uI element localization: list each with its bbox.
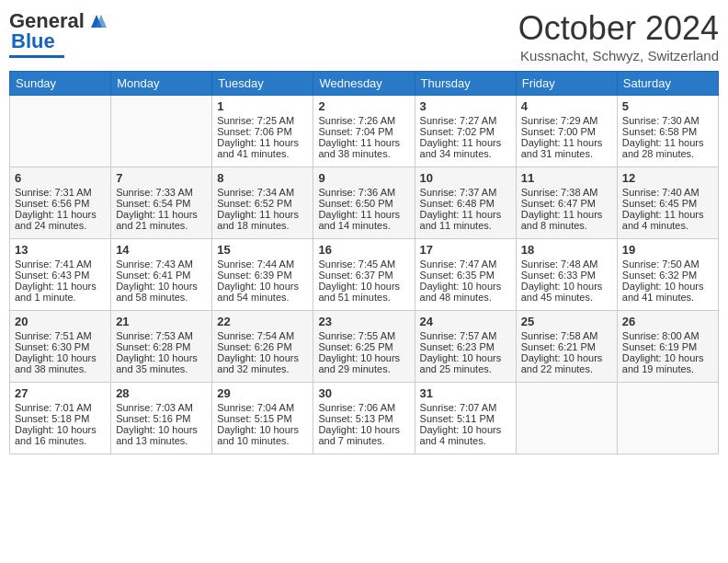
weekday-header-wednesday: Wednesday xyxy=(313,72,415,96)
daylight-text: Daylight: 11 hours and 21 minutes. xyxy=(116,209,207,231)
daylight-text: Daylight: 11 hours and 24 minutes. xyxy=(15,209,106,231)
sunset-text: Sunset: 6:50 PM xyxy=(318,198,409,209)
day-number: 16 xyxy=(318,243,409,257)
day-number: 31 xyxy=(420,386,511,400)
sunset-text: Sunset: 6:48 PM xyxy=(420,198,511,209)
location-text: Kussnacht, Schwyz, Switzerland xyxy=(518,48,719,63)
sunset-text: Sunset: 6:32 PM xyxy=(622,270,713,281)
sunset-text: Sunset: 6:28 PM xyxy=(116,341,207,352)
sunset-text: Sunset: 5:15 PM xyxy=(217,413,308,424)
daylight-text: Daylight: 10 hours and 48 minutes. xyxy=(420,281,511,303)
sunset-text: Sunset: 5:16 PM xyxy=(116,413,207,424)
calendar-cell: 29Sunrise: 7:04 AMSunset: 5:15 PMDayligh… xyxy=(212,383,313,454)
sunset-text: Sunset: 6:30 PM xyxy=(15,341,106,352)
day-number: 8 xyxy=(217,171,308,185)
sunrise-text: Sunrise: 7:51 AM xyxy=(15,330,106,341)
weekday-header-sunday: Sunday xyxy=(10,72,111,96)
sunset-text: Sunset: 6:37 PM xyxy=(318,270,409,281)
daylight-text: Daylight: 11 hours and 28 minutes. xyxy=(622,137,713,159)
calendar-cell: 19Sunrise: 7:50 AMSunset: 6:32 PMDayligh… xyxy=(617,239,718,311)
calendar-cell: 4Sunrise: 7:29 AMSunset: 7:00 PMDaylight… xyxy=(516,96,617,167)
day-number: 13 xyxy=(15,243,106,257)
daylight-text: Daylight: 10 hours and 45 minutes. xyxy=(521,281,612,303)
calendar-cell: 25Sunrise: 7:58 AMSunset: 6:21 PMDayligh… xyxy=(516,311,617,383)
week-row-3: 13Sunrise: 7:41 AMSunset: 6:43 PMDayligh… xyxy=(10,239,719,311)
daylight-text: Daylight: 11 hours and 11 minutes. xyxy=(420,209,511,231)
daylight-text: Daylight: 10 hours and 10 minutes. xyxy=(217,424,308,446)
title-block: October 2024 Kussnacht, Schwyz, Switzerl… xyxy=(518,9,719,63)
day-number: 19 xyxy=(622,243,713,257)
calendar-cell: 14Sunrise: 7:43 AMSunset: 6:41 PMDayligh… xyxy=(111,239,212,311)
sunrise-text: Sunrise: 7:30 AM xyxy=(622,115,713,126)
weekday-header-saturday: Saturday xyxy=(617,72,718,96)
calendar-cell: 17Sunrise: 7:47 AMSunset: 6:35 PMDayligh… xyxy=(415,239,516,311)
sunset-text: Sunset: 7:02 PM xyxy=(420,126,511,137)
sunset-text: Sunset: 6:35 PM xyxy=(420,270,511,281)
sunrise-text: Sunrise: 7:31 AM xyxy=(15,187,106,198)
calendar-cell: 20Sunrise: 7:51 AMSunset: 6:30 PMDayligh… xyxy=(10,311,111,383)
day-number: 17 xyxy=(420,243,511,257)
weekday-header-friday: Friday xyxy=(516,72,617,96)
sunrise-text: Sunrise: 7:44 AM xyxy=(217,259,308,270)
sunrise-text: Sunrise: 7:38 AM xyxy=(521,187,612,198)
week-row-1: 1Sunrise: 7:25 AMSunset: 7:06 PMDaylight… xyxy=(10,96,719,167)
day-number: 11 xyxy=(521,171,612,185)
daylight-text: Daylight: 10 hours and 7 minutes. xyxy=(318,424,409,446)
calendar-cell: 27Sunrise: 7:01 AMSunset: 5:18 PMDayligh… xyxy=(10,383,111,454)
sunrise-text: Sunrise: 7:34 AM xyxy=(217,187,308,198)
week-row-4: 20Sunrise: 7:51 AMSunset: 6:30 PMDayligh… xyxy=(10,311,719,383)
day-number: 26 xyxy=(622,315,713,328)
daylight-text: Daylight: 11 hours and 18 minutes. xyxy=(217,209,308,231)
calendar-cell: 2Sunrise: 7:26 AMSunset: 7:04 PMDaylight… xyxy=(313,96,415,167)
sunrise-text: Sunrise: 7:25 AM xyxy=(217,115,308,126)
sunset-text: Sunset: 6:41 PM xyxy=(116,270,207,281)
calendar-cell: 11Sunrise: 7:38 AMSunset: 6:47 PMDayligh… xyxy=(516,167,617,239)
daylight-text: Daylight: 11 hours and 41 minutes. xyxy=(217,137,308,159)
sunrise-text: Sunrise: 7:36 AM xyxy=(318,187,409,198)
calendar-cell: 30Sunrise: 7:06 AMSunset: 5:13 PMDayligh… xyxy=(313,383,415,454)
sunrise-text: Sunrise: 7:43 AM xyxy=(116,259,207,270)
calendar-cell xyxy=(516,383,617,454)
daylight-text: Daylight: 10 hours and 35 minutes. xyxy=(116,352,207,374)
daylight-text: Daylight: 11 hours and 4 minutes. xyxy=(622,209,713,231)
month-title: October 2024 xyxy=(518,9,719,48)
sunrise-text: Sunrise: 7:41 AM xyxy=(15,259,106,270)
calendar-cell: 8Sunrise: 7:34 AMSunset: 6:52 PMDaylight… xyxy=(212,167,313,239)
week-row-2: 6Sunrise: 7:31 AMSunset: 6:56 PMDaylight… xyxy=(10,167,719,239)
day-number: 27 xyxy=(15,386,106,400)
daylight-text: Daylight: 10 hours and 29 minutes. xyxy=(318,352,409,374)
sunset-text: Sunset: 6:21 PM xyxy=(521,341,612,352)
calendar-cell: 18Sunrise: 7:48 AMSunset: 6:33 PMDayligh… xyxy=(516,239,617,311)
daylight-text: Daylight: 11 hours and 14 minutes. xyxy=(318,209,409,231)
day-number: 23 xyxy=(318,315,409,328)
daylight-text: Daylight: 11 hours and 8 minutes. xyxy=(521,209,612,231)
calendar-cell: 3Sunrise: 7:27 AMSunset: 7:02 PMDaylight… xyxy=(415,96,516,167)
sunset-text: Sunset: 6:33 PM xyxy=(521,270,612,281)
calendar-table: SundayMondayTuesdayWednesdayThursdayFrid… xyxy=(9,71,719,454)
page-header: General Blue October 2024 Kussnacht, Sch… xyxy=(9,9,719,63)
sunrise-text: Sunrise: 7:01 AM xyxy=(15,402,106,413)
sunrise-text: Sunrise: 7:07 AM xyxy=(420,402,511,413)
calendar-cell: 24Sunrise: 7:57 AMSunset: 6:23 PMDayligh… xyxy=(415,311,516,383)
day-number: 6 xyxy=(15,171,106,185)
sunrise-text: Sunrise: 7:27 AM xyxy=(420,115,511,126)
sunrise-text: Sunrise: 7:40 AM xyxy=(622,187,713,198)
day-number: 25 xyxy=(521,315,612,328)
daylight-text: Daylight: 10 hours and 16 minutes. xyxy=(15,424,106,446)
sunset-text: Sunset: 7:04 PM xyxy=(318,126,409,137)
week-row-5: 27Sunrise: 7:01 AMSunset: 5:18 PMDayligh… xyxy=(10,383,719,454)
sunrise-text: Sunrise: 8:00 AM xyxy=(622,330,713,341)
sunrise-text: Sunrise: 7:33 AM xyxy=(116,187,207,198)
calendar-cell xyxy=(10,96,111,167)
sunrise-text: Sunrise: 7:06 AM xyxy=(318,402,409,413)
calendar-cell xyxy=(617,383,718,454)
calendar-cell: 1Sunrise: 7:25 AMSunset: 7:06 PMDaylight… xyxy=(212,96,313,167)
day-number: 29 xyxy=(217,386,308,400)
calendar-cell: 9Sunrise: 7:36 AMSunset: 6:50 PMDaylight… xyxy=(313,167,415,239)
day-number: 12 xyxy=(622,171,713,185)
calendar-cell: 10Sunrise: 7:37 AMSunset: 6:48 PMDayligh… xyxy=(415,167,516,239)
logo-icon xyxy=(86,11,107,31)
calendar-cell: 28Sunrise: 7:03 AMSunset: 5:16 PMDayligh… xyxy=(111,383,212,454)
calendar-cell: 31Sunrise: 7:07 AMSunset: 5:11 PMDayligh… xyxy=(415,383,516,454)
calendar-cell: 15Sunrise: 7:44 AMSunset: 6:39 PMDayligh… xyxy=(212,239,313,311)
